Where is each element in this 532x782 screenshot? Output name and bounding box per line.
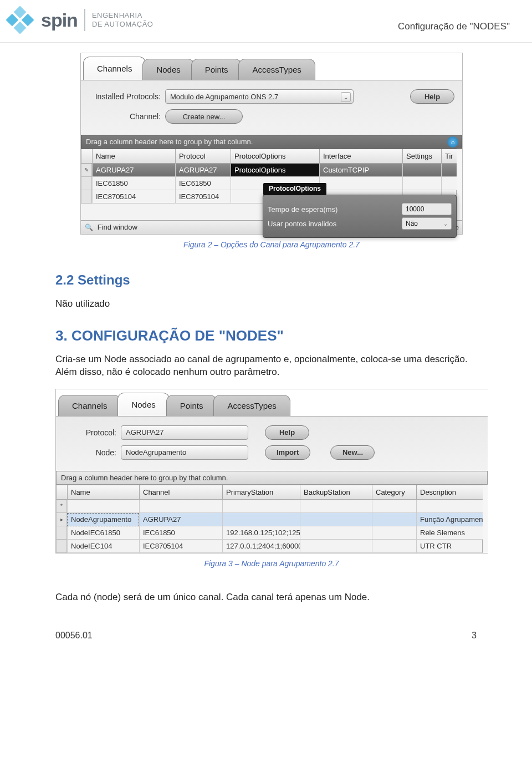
cell-category[interactable] <box>372 540 416 553</box>
popup-label-wait: Tempo de espera(ms) <box>268 205 337 214</box>
figure-2-screenshot: Channels Nodes Points AccessTypes Instal… <box>80 53 463 235</box>
cell-description[interactable]: UTR CTR <box>416 540 483 553</box>
cell-category[interactable] <box>372 526 416 540</box>
figure-3-screenshot: Channels Nodes Points AccessTypes Protoc… <box>55 389 488 554</box>
tab-nodes[interactable]: Nodes <box>142 59 194 80</box>
col-protocol[interactable]: Protocol <box>175 149 231 164</box>
cell-name[interactable]: NodeIEC61850 <box>67 526 139 540</box>
protocol-dropdown[interactable]: AGRUPA27 <box>121 425 248 440</box>
cell-primary[interactable]: 127.0.0.1;2404;1;60000... <box>222 540 300 553</box>
figure-3-caption: Figura 3 – Node para Agrupamento 2.7 <box>55 559 488 568</box>
tab-points[interactable]: Points <box>191 59 242 80</box>
label-installed-protocols: Installed Protocols: <box>89 92 161 101</box>
chevron-down-icon: ⌄ <box>443 221 448 227</box>
col-description[interactable]: Description <box>416 485 483 500</box>
cell-protocol[interactable]: IEC8705104 <box>175 190 231 204</box>
import-button[interactable]: Import <box>265 445 310 460</box>
cell-category[interactable] <box>372 513 416 526</box>
popup-title: ProtocolOptions <box>263 183 326 195</box>
page-header: spin ENGENHARIA DE AUTOMAÇÃO Configuraçã… <box>0 0 532 43</box>
heading-2-2-settings: 2.2 Settings <box>55 272 488 288</box>
tab-accesstypes[interactable]: AccessTypes <box>238 59 315 80</box>
cell-protocol[interactable]: AGRUPA27 <box>175 164 231 177</box>
col-interface[interactable]: Interface <box>319 149 402 164</box>
node-dropdown[interactable]: NodeAgrupamento <box>121 445 248 460</box>
text-section3-para: Cria-se um Node associado ao canal de ag… <box>55 353 488 379</box>
doc-id: 00056.01 <box>55 631 93 641</box>
svg-rect-0 <box>14 6 27 19</box>
chevron-down-icon: ⌄ <box>341 92 351 102</box>
tab-points[interactable]: Points <box>166 395 217 416</box>
col-tir[interactable]: Tir <box>441 149 457 164</box>
col-protocoloptions[interactable]: ProtocolOptions <box>231 149 319 164</box>
spin-logo-icon <box>4 4 35 35</box>
row-edit-icon[interactable]: ✎ <box>81 164 92 177</box>
logo-text-spin: spin <box>41 9 78 31</box>
cell-primary[interactable]: 192.168.0.125;102;125... <box>222 526 300 540</box>
current-row-icon[interactable]: ▸ <box>56 513 67 526</box>
logo-block: spin ENGENHARIA DE AUTOMAÇÃO <box>4 4 153 35</box>
popup-input-wait[interactable]: 10000 <box>402 203 452 215</box>
cell-name[interactable]: IEC61850 <box>92 177 175 190</box>
label-node: Node: <box>64 448 116 457</box>
cell-protocoloptions[interactable]: ProtocolOptions <box>231 164 319 177</box>
label-protocol: Protocol: <box>64 428 116 437</box>
nodes-grid: Name Channel PrimaryStation BackupStatio… <box>56 485 488 553</box>
cell-channel[interactable]: IEC61850 <box>139 526 222 540</box>
cell-backup[interactable] <box>300 540 372 553</box>
cell-channel[interactable]: AGRUPA27 <box>139 513 222 526</box>
new-row-icon[interactable]: * <box>56 500 67 513</box>
cell-name[interactable]: IEC8705104 <box>92 190 175 204</box>
cell-tir[interactable] <box>441 164 457 177</box>
cell-backup[interactable] <box>300 526 372 540</box>
heading-3-configuracao: 3. CONFIGURAÇÃO DE "NODES" <box>55 327 488 344</box>
new-button[interactable]: New... <box>330 445 375 460</box>
col-name[interactable]: Name <box>92 149 175 164</box>
create-new-channel-button[interactable]: Create new... <box>165 109 243 124</box>
help-button[interactable]: Help <box>410 89 454 104</box>
cell-protocol[interactable]: IEC61850 <box>175 177 231 190</box>
cell-interface[interactable]: CustomTCPIP <box>319 164 402 177</box>
group-by-hint-bar[interactable]: Drag a column header here to group by th… <box>81 135 462 149</box>
home-icon[interactable]: ⌂ <box>447 136 458 148</box>
cell-description[interactable]: Função Agrupamento <box>416 513 483 526</box>
col-primary[interactable]: PrimaryStation <box>222 485 300 500</box>
svg-rect-3 <box>14 22 27 34</box>
group-by-hint-bar[interactable]: Drag a column header here to group by th… <box>56 471 488 485</box>
tab-channels[interactable]: Channels <box>83 57 146 80</box>
col-name[interactable]: Name <box>67 485 139 500</box>
search-icon: 🔍 <box>84 223 93 232</box>
cell-name[interactable]: NodeAgrupamento <box>67 513 139 526</box>
col-backup[interactable]: BackupStation <box>300 485 372 500</box>
cell-description[interactable]: Rele Siemens <box>416 526 483 540</box>
tab-nodes[interactable]: Nodes <box>117 393 169 416</box>
col-settings[interactable]: Settings <box>402 149 441 164</box>
cell-backup[interactable] <box>300 513 372 526</box>
page-footer: 00056.01 3 <box>0 614 532 641</box>
figure-2-caption: Figura 2 – Opções do Canal para Agrupame… <box>55 240 488 249</box>
doc-section-title: Configuração de "NODES" <box>398 4 510 32</box>
col-channel[interactable]: Channel <box>139 485 222 500</box>
help-button[interactable]: Help <box>265 425 309 440</box>
cell-name[interactable]: AGRUPA27 <box>92 164 175 177</box>
cell-settings[interactable] <box>402 164 441 177</box>
page-number: 3 <box>472 631 477 641</box>
col-category[interactable]: Category <box>372 485 416 500</box>
cell-channel[interactable]: IEC8705104 <box>139 540 222 553</box>
svg-rect-1 <box>22 14 34 27</box>
protocol-options-popup: ProtocolOptions Tempo de espera(ms) 1000… <box>263 195 457 238</box>
logo-divider <box>84 9 85 31</box>
find-window[interactable]: 🔍 Find window <box>84 223 137 232</box>
popup-label-invalid: Usar pontos invalidos <box>268 220 336 228</box>
tab-channels[interactable]: Channels <box>58 395 121 416</box>
cell-name[interactable]: NodeIEC104 <box>67 540 139 553</box>
svg-rect-2 <box>6 14 19 27</box>
cell-primary[interactable] <box>222 513 300 526</box>
logo-subtitle: ENGENHARIA DE AUTOMAÇÃO <box>92 11 154 28</box>
installed-protocols-dropdown[interactable]: Modulo de Agrupamento ONS 2.7 ⌄ <box>165 89 354 104</box>
label-channel: Channel: <box>89 112 161 121</box>
popup-select-invalid[interactable]: Não ⌄ <box>402 217 452 230</box>
closing-paragraph: Cada nó (node) será de um único canal. C… <box>55 591 488 604</box>
tab-accesstypes[interactable]: AccessTypes <box>213 395 290 416</box>
text-nao-utilizado: Não utilizado <box>55 298 488 311</box>
